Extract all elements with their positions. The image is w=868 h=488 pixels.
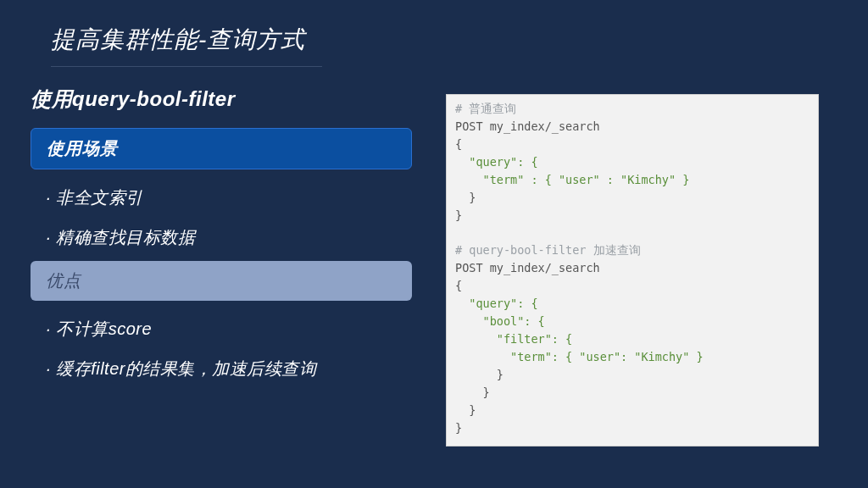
code-line: } [455,191,476,204]
code-line: } [455,368,504,381]
advantage-item-0: 不计算score [31,313,420,352]
code-panel: # 普通查询 POST my_index/_search { "query": … [446,94,819,446]
code-comment-2a: # query-bool-filter [455,243,593,257]
code-line: "query": { [455,297,538,310]
slide-title: 提高集群性能-查询方式 [0,0,868,66]
code-comment-1: # 普通查询 [455,102,516,115]
content-row: 使用场景 非全文索引 精确查找目标数据 优点 不计算score 缓存filter… [0,128,868,446]
code-req-2: POST my_index/_search [455,261,600,274]
code-line: "bool": { [455,314,545,328]
code-line: "term": { "user": "Kimchy" } [455,350,704,363]
advantage-badge: 优点 [31,261,412,301]
code-line: "query": { [455,155,538,169]
code-line: { [455,279,462,292]
usage-item-0: 非全文索引 [31,181,420,221]
code-line: } [455,385,490,399]
code-comment-2b: 加速查询 [593,243,641,257]
code-line: "term" : { "user" : "Kimchy" } [455,173,689,186]
code-req-1: POST my_index/_search [455,119,600,133]
code-line: { [455,137,462,151]
code-line: } [455,208,462,222]
code-line: } [455,421,462,435]
advantage-item-1: 缓存filter的结果集，加速后续查询 [31,352,420,392]
usage-item-1: 精确查找目标数据 [31,221,420,261]
left-column: 使用场景 非全文索引 精确查找目标数据 优点 不计算score 缓存filter… [31,128,420,446]
code-block: # 普通查询 POST my_index/_search { "query": … [455,100,810,437]
usage-badge: 使用场景 [31,128,412,169]
code-line: } [455,403,476,417]
code-line: "filter": { [455,332,572,346]
